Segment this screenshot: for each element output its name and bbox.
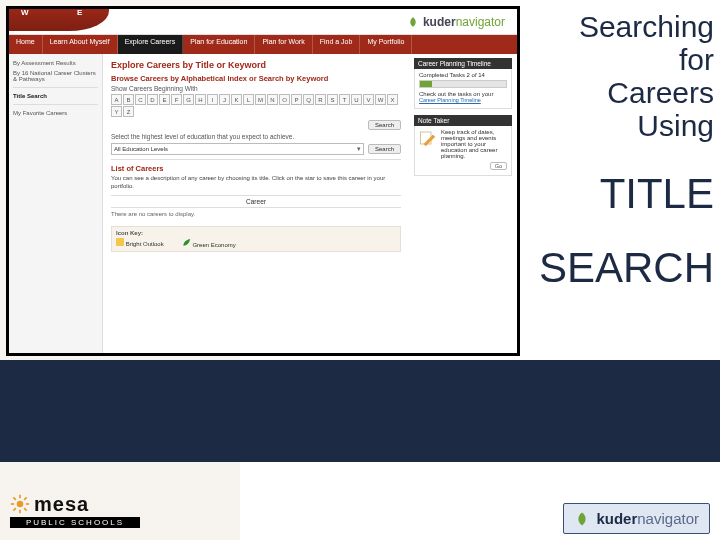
- tab-learn-about-myself[interactable]: Learn About Myself: [43, 35, 118, 54]
- slide-line-4: Using: [524, 109, 714, 142]
- brand-name: kuder: [423, 15, 456, 29]
- kuder-suffix: navigator: [637, 510, 699, 527]
- tab-my-portfolio[interactable]: My Portfolio: [360, 35, 412, 54]
- letter-e[interactable]: E: [159, 94, 170, 105]
- browse-heading: Browse Careers by Alphabetical Index or …: [111, 74, 401, 83]
- icon-key-title: Icon Key:: [116, 230, 396, 236]
- letter-w[interactable]: W: [375, 94, 386, 105]
- tab-explore-careers[interactable]: Explore Careers: [118, 35, 184, 54]
- letter-j[interactable]: J: [219, 94, 230, 105]
- letter-p[interactable]: P: [291, 94, 302, 105]
- blue-band: [0, 360, 720, 462]
- svg-line-8: [13, 508, 16, 511]
- brand-suffix: navigator: [456, 15, 505, 29]
- alpha-index: ABCDEFGHIJKLMNOPQRSTUVWXYZ: [111, 94, 401, 117]
- green-economy-label: Green Economy: [192, 242, 235, 248]
- letter-l[interactable]: L: [243, 94, 254, 105]
- letter-f[interactable]: F: [171, 94, 182, 105]
- sidebar-item-favorites[interactable]: My Favorite Careers: [13, 108, 98, 118]
- tab-home[interactable]: Home: [9, 35, 43, 54]
- education-select[interactable]: All Education Levels ▾: [111, 143, 364, 155]
- main-nav: Home Learn About Myself Explore Careers …: [9, 35, 517, 54]
- note-go-button[interactable]: Go: [490, 162, 507, 170]
- kuder-word: kuder: [596, 510, 637, 527]
- kuder-footer-logo: kudernavigator: [563, 503, 710, 534]
- slide-title-block: Searching for Careers Using TITLE SEARCH: [524, 10, 714, 290]
- letter-h[interactable]: H: [195, 94, 206, 105]
- svg-point-1: [17, 501, 24, 508]
- leaf-icon: [574, 511, 590, 527]
- bright-outlook-icon: [116, 238, 124, 246]
- sun-icon: [10, 494, 30, 514]
- leaf-icon: [407, 16, 419, 28]
- completed-tasks-label: Completed Tasks 2 of 14: [419, 72, 507, 78]
- pencil-icon: [419, 129, 437, 147]
- footer: mesa PUBLIC SCHOOLS kudernavigator: [0, 468, 720, 534]
- letter-x[interactable]: X: [387, 94, 398, 105]
- tab-plan-work[interactable]: Plan for Work: [255, 35, 312, 54]
- note-widget: Keep track of dates, meetings and events…: [414, 126, 512, 176]
- planning-widget: Completed Tasks 2 of 14 Check out the ta…: [414, 69, 512, 109]
- slide-big-1: TITLE: [524, 172, 714, 216]
- letter-o[interactable]: O: [279, 94, 290, 105]
- page-title: Explore Careers by Title or Keyword: [111, 60, 401, 70]
- letter-m[interactable]: M: [255, 94, 266, 105]
- mesa-subtitle: PUBLIC SCHOOLS: [10, 517, 140, 528]
- letter-r[interactable]: R: [315, 94, 326, 105]
- planning-widget-header: Career Planning Timeline: [414, 58, 512, 69]
- education-search-button[interactable]: Search: [368, 144, 401, 154]
- search-button[interactable]: Search: [368, 120, 401, 130]
- icon-key-panel: Icon Key: Bright Outlook Green Economy: [111, 226, 401, 252]
- svg-line-7: [24, 508, 26, 511]
- letter-s[interactable]: S: [327, 94, 338, 105]
- note-widget-header: Note Taker: [414, 115, 512, 126]
- note-desc: Keep track of dates, meetings and events…: [441, 129, 507, 159]
- svg-line-9: [24, 497, 26, 500]
- main-content: Explore Careers by Title or Keyword Brow…: [103, 54, 409, 353]
- letter-c[interactable]: C: [135, 94, 146, 105]
- letter-d[interactable]: D: [147, 94, 158, 105]
- career-column-header: Career: [111, 195, 401, 208]
- brand-logo: kudernavigator: [407, 15, 505, 29]
- slide-line-1: Searching: [524, 10, 714, 43]
- empty-message: There are no careers to display.: [111, 208, 401, 220]
- education-label: Select the highest level of education th…: [111, 133, 401, 140]
- letter-y[interactable]: Y: [111, 106, 122, 117]
- letter-a[interactable]: A: [111, 94, 122, 105]
- right-sidebar: Career Planning Timeline Completed Tasks…: [409, 54, 517, 353]
- letter-u[interactable]: U: [351, 94, 362, 105]
- show-careers-label: Show Careers Beginning With: [111, 85, 401, 92]
- left-sidebar: By Assessment Results By 16 National Car…: [9, 54, 103, 353]
- letter-q[interactable]: Q: [303, 94, 314, 105]
- letter-g[interactable]: G: [183, 94, 194, 105]
- letter-v[interactable]: V: [363, 94, 374, 105]
- slide-big-2: SEARCH: [524, 246, 714, 290]
- app-screenshot: WE kudernavigator Home Learn About Mysel…: [6, 6, 520, 356]
- letter-i[interactable]: I: [207, 94, 218, 105]
- mesa-logo: mesa PUBLIC SCHOOLS: [10, 486, 140, 534]
- mesa-word: mesa: [34, 493, 89, 516]
- slide-line-3: Careers: [524, 76, 714, 109]
- tab-plan-education[interactable]: Plan for Education: [183, 35, 255, 54]
- green-economy-icon: [182, 238, 191, 247]
- letter-z[interactable]: Z: [123, 106, 134, 117]
- svg-line-6: [13, 497, 16, 500]
- sidebar-item-title-search[interactable]: Title Search: [13, 91, 98, 101]
- progress-bar: [419, 80, 507, 88]
- sidebar-item-clusters[interactable]: By 16 National Career Clusters & Pathway…: [13, 68, 98, 84]
- progress-fill: [420, 81, 432, 87]
- letter-t[interactable]: T: [339, 94, 350, 105]
- slide-line-2: for: [524, 43, 714, 76]
- letter-k[interactable]: K: [231, 94, 242, 105]
- planning-timeline-link[interactable]: Career Planning Timeline: [419, 97, 481, 103]
- list-title: List of Careers: [111, 164, 401, 173]
- sidebar-item-assessment[interactable]: By Assessment Results: [13, 58, 98, 68]
- education-selected: All Education Levels: [114, 146, 168, 152]
- letter-b[interactable]: B: [123, 94, 134, 105]
- tab-find-job[interactable]: Find a Job: [313, 35, 361, 54]
- bright-outlook-label: Bright Outlook: [126, 241, 164, 247]
- letter-n[interactable]: N: [267, 94, 278, 105]
- chevron-down-icon: ▾: [357, 145, 361, 153]
- list-description: You can see a description of any career …: [111, 175, 401, 191]
